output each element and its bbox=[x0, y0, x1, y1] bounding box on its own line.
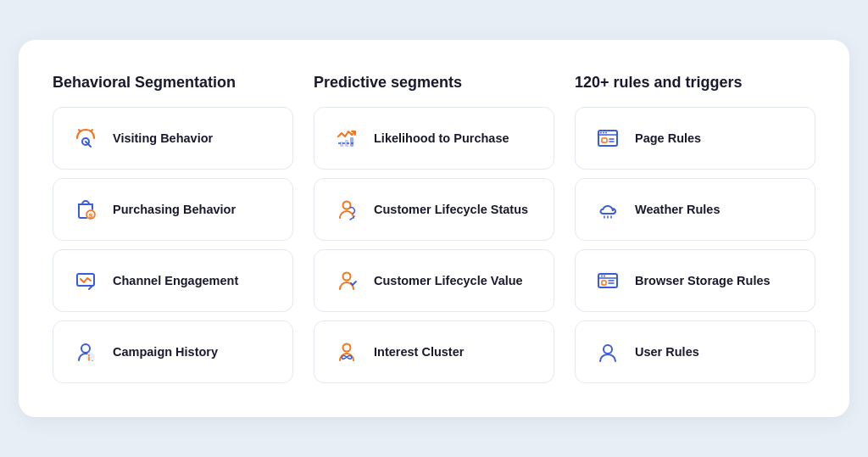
page-icon bbox=[593, 123, 623, 153]
svg-point-24 bbox=[605, 132, 607, 134]
card-campaign-history[interactable]: Campaign History bbox=[53, 320, 293, 383]
svg-point-33 bbox=[601, 276, 603, 277]
svg-point-15 bbox=[343, 273, 351, 281]
cards-list-behavioral: Visiting Behavior $ Purchasing Behavior … bbox=[53, 107, 293, 383]
column-predictive: Predictive segments Likelihood to Purcha… bbox=[314, 74, 554, 383]
svg-rect-30 bbox=[602, 281, 606, 285]
feature-grid: Behavioral Segmentation Visiting Behavio… bbox=[53, 74, 815, 383]
card-customer-lifecycle-value[interactable]: Customer Lifecycle Value bbox=[314, 249, 554, 312]
svg-point-8 bbox=[84, 347, 87, 350]
lifecycle-status-icon bbox=[331, 194, 362, 225]
svg-point-14 bbox=[343, 202, 351, 209]
purchasing-icon: $ bbox=[70, 194, 101, 225]
card-user-rules[interactable]: User Rules bbox=[575, 320, 815, 383]
card-customer-lifecycle-status[interactable]: Customer Lifecycle Status bbox=[314, 178, 554, 241]
card-label-purchasing-behavior: Purchasing Behavior bbox=[113, 203, 236, 216]
svg-rect-13 bbox=[340, 142, 343, 147]
cards-list-rules: Page Rules Weather Rules Browser Storage… bbox=[575, 107, 815, 383]
card-weather-rules[interactable]: Weather Rules bbox=[575, 178, 815, 241]
cards-list-predictive: Likelihood to Purchase Customer Lifecycl… bbox=[314, 107, 554, 383]
svg-rect-19 bbox=[602, 138, 607, 142]
svg-point-16 bbox=[343, 344, 351, 352]
svg-point-7 bbox=[81, 344, 90, 353]
interest-icon bbox=[331, 337, 362, 367]
campaign-icon bbox=[70, 337, 101, 367]
column-rules: 120+ rules and triggers Page Rules Weath… bbox=[575, 74, 815, 383]
main-container: Behavioral Segmentation Visiting Behavio… bbox=[19, 40, 849, 417]
card-visiting-behavior[interactable]: Visiting Behavior bbox=[53, 107, 293, 170]
card-label-customer-lifecycle-status: Customer Lifecycle Status bbox=[374, 203, 528, 216]
user-icon bbox=[593, 337, 623, 367]
browser-icon bbox=[593, 265, 623, 296]
card-label-channel-engagement: Channel Engagement bbox=[113, 274, 238, 287]
svg-point-23 bbox=[603, 132, 604, 134]
visiting-icon bbox=[70, 123, 101, 153]
card-label-visiting-behavior: Visiting Behavior bbox=[113, 131, 213, 145]
card-label-browser-storage-rules: Browser Storage Rules bbox=[635, 274, 771, 287]
card-label-interest-cluster: Interest Cluster bbox=[374, 345, 464, 359]
svg-point-9 bbox=[86, 353, 95, 361]
column-header-predictive: Predictive segments bbox=[314, 74, 554, 92]
card-likelihood-to-purchase[interactable]: Likelihood to Purchase bbox=[314, 107, 554, 170]
svg-line-1 bbox=[79, 130, 81, 131]
svg-point-22 bbox=[600, 132, 602, 134]
svg-line-2 bbox=[91, 130, 92, 131]
card-label-customer-lifecycle-value: Customer Lifecycle Value bbox=[374, 274, 523, 287]
card-page-rules[interactable]: Page Rules bbox=[575, 107, 815, 170]
svg-point-34 bbox=[604, 276, 605, 277]
svg-rect-11 bbox=[345, 140, 348, 147]
svg-point-10 bbox=[88, 354, 90, 356]
card-browser-storage-rules[interactable]: Browser Storage Rules bbox=[575, 249, 815, 312]
card-label-page-rules: Page Rules bbox=[635, 131, 701, 145]
card-label-likelihood-to-purchase: Likelihood to Purchase bbox=[374, 131, 509, 145]
lifecycle-value-icon bbox=[331, 265, 362, 296]
column-header-behavioral: Behavioral Segmentation bbox=[53, 74, 293, 92]
card-label-weather-rules: Weather Rules bbox=[635, 203, 720, 216]
svg-point-35 bbox=[604, 345, 612, 354]
column-header-rules: 120+ rules and triggers bbox=[575, 74, 815, 92]
column-behavioral: Behavioral Segmentation Visiting Behavio… bbox=[53, 74, 293, 383]
svg-text:$: $ bbox=[89, 212, 93, 220]
card-label-campaign-history: Campaign History bbox=[113, 345, 218, 359]
card-interest-cluster[interactable]: Interest Cluster bbox=[314, 320, 554, 383]
card-label-user-rules: User Rules bbox=[635, 345, 699, 359]
card-purchasing-behavior[interactable]: $ Purchasing Behavior bbox=[53, 178, 293, 241]
channel-icon bbox=[70, 265, 101, 296]
weather-icon bbox=[593, 194, 623, 225]
card-channel-engagement[interactable]: Channel Engagement bbox=[53, 249, 293, 312]
svg-rect-12 bbox=[350, 137, 353, 147]
likelihood-icon bbox=[331, 123, 362, 153]
